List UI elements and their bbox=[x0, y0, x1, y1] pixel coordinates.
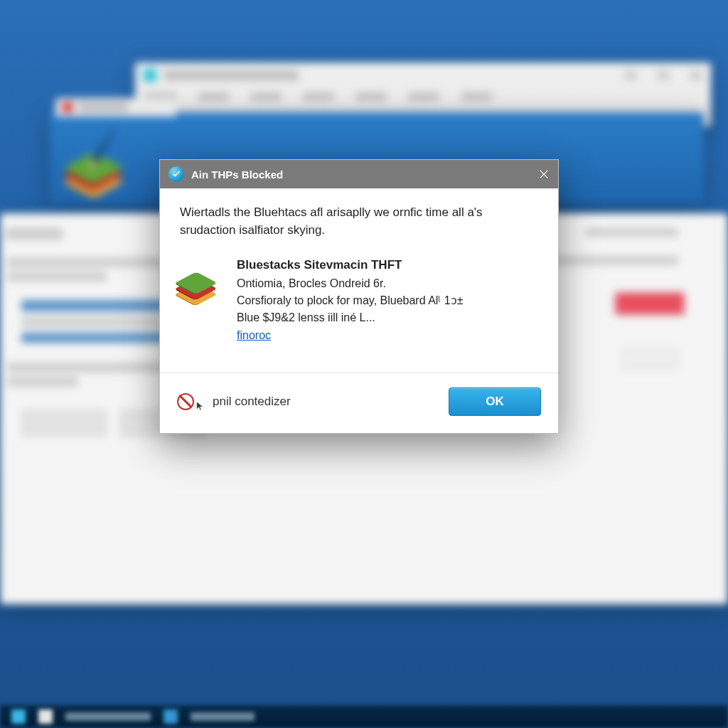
dialog-footer: pnil contedizer OK bbox=[160, 373, 558, 433]
footer-text: pnil contedizer bbox=[213, 395, 291, 409]
footer-left: pnil contedizer bbox=[177, 393, 291, 410]
dialog-title: Ain THPs Blocked bbox=[191, 168, 530, 181]
stack-icon bbox=[180, 258, 213, 291]
blocked-item-line2: Corsfioraly to plock for may, Bluebard A… bbox=[237, 292, 538, 309]
blocked-item-row: Bluestacks Sitevmacin THFT Ontiomia, Bro… bbox=[180, 256, 538, 344]
blocked-item-link[interactable]: finoroc bbox=[237, 327, 271, 344]
dialog-body: Wiertadls the Bluehtacs afl arisaplly we… bbox=[160, 188, 558, 373]
block-icon bbox=[177, 393, 194, 410]
stack-icon bbox=[71, 127, 117, 172]
blocked-item-line3: Blue $J9&2 lenss iill iné L... bbox=[237, 309, 538, 326]
blocked-item-name: Bluestacks Sitevmacin THFT bbox=[237, 256, 538, 274]
blocked-item-line1: Ontiomia, Brocles Ondreid 6r. bbox=[237, 275, 538, 292]
ok-button[interactable]: OK bbox=[449, 387, 541, 416]
dialog-titlebar: Ain THPs Blocked bbox=[160, 160, 558, 188]
taskbar bbox=[0, 705, 728, 728]
close-button[interactable] bbox=[530, 160, 558, 188]
blocked-dialog: Ain THPs Blocked Wiertadls the Bluehtacs… bbox=[159, 159, 559, 434]
cursor-icon bbox=[196, 400, 205, 410]
shield-check-icon bbox=[168, 166, 184, 182]
dialog-intro-text: Wiertadls the Bluehtacs afl arisaplly we… bbox=[180, 204, 538, 239]
